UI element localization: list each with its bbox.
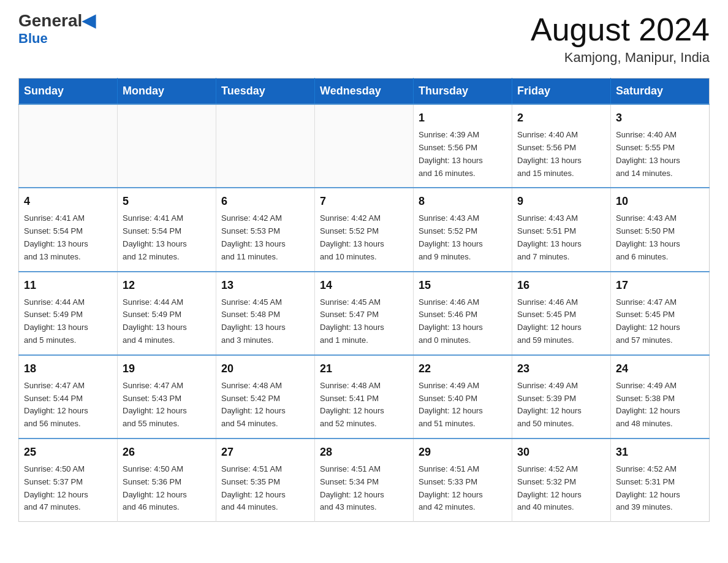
- day-cell: 12Sunrise: 4:44 AM Sunset: 5:49 PM Dayli…: [118, 272, 216, 355]
- day-info: Sunrise: 4:39 AM Sunset: 5:56 PM Dayligh…: [419, 129, 507, 180]
- header-cell-friday: Friday: [512, 79, 611, 105]
- day-info: Sunrise: 4:52 AM Sunset: 5:31 PM Dayligh…: [616, 463, 704, 514]
- day-cell: 2Sunrise: 4:40 AM Sunset: 5:56 PM Daylig…: [512, 104, 611, 188]
- day-cell: 1Sunrise: 4:39 AM Sunset: 5:56 PM Daylig…: [414, 104, 512, 188]
- day-cell: 21Sunrise: 4:48 AM Sunset: 5:41 PM Dayli…: [315, 355, 414, 439]
- day-number: 19: [123, 361, 211, 377]
- day-cell: 7Sunrise: 4:42 AM Sunset: 5:52 PM Daylig…: [315, 188, 414, 271]
- day-cell: 19Sunrise: 4:47 AM Sunset: 5:43 PM Dayli…: [118, 355, 216, 439]
- day-info: Sunrise: 4:50 AM Sunset: 5:36 PM Dayligh…: [123, 463, 211, 514]
- header-cell-wednesday: Wednesday: [315, 79, 414, 105]
- day-number: 7: [320, 193, 408, 210]
- header-cell-monday: Monday: [118, 79, 216, 105]
- day-number: 25: [24, 444, 112, 461]
- day-cell: [315, 104, 414, 188]
- day-number: 31: [616, 444, 704, 461]
- day-cell: 5Sunrise: 4:41 AM Sunset: 5:54 PM Daylig…: [118, 188, 216, 271]
- logo: General◀ Blue: [18, 12, 96, 47]
- day-info: Sunrise: 4:41 AM Sunset: 5:54 PM Dayligh…: [24, 212, 112, 263]
- day-number: 23: [517, 361, 605, 377]
- day-cell: 3Sunrise: 4:40 AM Sunset: 5:55 PM Daylig…: [611, 104, 710, 188]
- day-number: 22: [419, 361, 507, 377]
- header-cell-tuesday: Tuesday: [216, 79, 315, 105]
- day-info: Sunrise: 4:51 AM Sunset: 5:35 PM Dayligh…: [221, 463, 309, 514]
- day-number: 4: [24, 193, 112, 210]
- day-info: Sunrise: 4:43 AM Sunset: 5:50 PM Dayligh…: [616, 212, 704, 263]
- day-cell: 23Sunrise: 4:49 AM Sunset: 5:39 PM Dayli…: [512, 355, 611, 439]
- day-cell: [118, 104, 216, 188]
- day-number: 3: [616, 110, 704, 126]
- day-number: 1: [419, 110, 507, 126]
- day-info: Sunrise: 4:50 AM Sunset: 5:37 PM Dayligh…: [24, 463, 112, 514]
- day-number: 28: [320, 444, 408, 461]
- day-number: 24: [616, 361, 704, 377]
- day-cell: 16Sunrise: 4:46 AM Sunset: 5:45 PM Dayli…: [512, 272, 611, 355]
- day-cell: 22Sunrise: 4:49 AM Sunset: 5:40 PM Dayli…: [414, 355, 512, 439]
- day-info: Sunrise: 4:47 AM Sunset: 5:45 PM Dayligh…: [616, 296, 704, 347]
- day-number: 20: [221, 361, 309, 377]
- calendar-header: SundayMondayTuesdayWednesdayThursdayFrid…: [19, 79, 710, 105]
- day-number: 18: [24, 361, 112, 377]
- day-cell: [19, 104, 118, 188]
- day-number: 21: [320, 361, 408, 377]
- day-number: 26: [123, 444, 211, 461]
- logo-bottom: Blue: [18, 31, 48, 47]
- day-cell: 29Sunrise: 4:51 AM Sunset: 5:33 PM Dayli…: [414, 439, 512, 522]
- week-row-2: 4Sunrise: 4:41 AM Sunset: 5:54 PM Daylig…: [19, 188, 710, 271]
- day-cell: 10Sunrise: 4:43 AM Sunset: 5:50 PM Dayli…: [611, 188, 710, 271]
- day-cell: 8Sunrise: 4:43 AM Sunset: 5:52 PM Daylig…: [414, 188, 512, 271]
- calendar-table: SundayMondayTuesdayWednesdayThursdayFrid…: [18, 78, 710, 522]
- day-info: Sunrise: 4:43 AM Sunset: 5:52 PM Dayligh…: [419, 212, 507, 263]
- day-number: 15: [419, 277, 507, 294]
- day-info: Sunrise: 4:51 AM Sunset: 5:34 PM Dayligh…: [320, 463, 408, 514]
- day-number: 2: [517, 110, 605, 126]
- week-row-3: 11Sunrise: 4:44 AM Sunset: 5:49 PM Dayli…: [19, 272, 710, 355]
- day-number: 9: [517, 193, 605, 210]
- title-block: August 2024 Kamjong, Manipur, India: [531, 12, 710, 66]
- day-info: Sunrise: 4:43 AM Sunset: 5:51 PM Dayligh…: [517, 212, 605, 263]
- day-cell: 17Sunrise: 4:47 AM Sunset: 5:45 PM Dayli…: [611, 272, 710, 355]
- day-number: 8: [419, 193, 507, 210]
- day-cell: 6Sunrise: 4:42 AM Sunset: 5:53 PM Daylig…: [216, 188, 315, 271]
- day-info: Sunrise: 4:49 AM Sunset: 5:39 PM Dayligh…: [517, 380, 605, 431]
- day-number: 5: [123, 193, 211, 210]
- day-info: Sunrise: 4:52 AM Sunset: 5:32 PM Dayligh…: [517, 463, 605, 514]
- day-info: Sunrise: 4:41 AM Sunset: 5:54 PM Dayligh…: [123, 212, 211, 263]
- day-cell: 15Sunrise: 4:46 AM Sunset: 5:46 PM Dayli…: [414, 272, 512, 355]
- day-number: 16: [517, 277, 605, 294]
- day-cell: 9Sunrise: 4:43 AM Sunset: 5:51 PM Daylig…: [512, 188, 611, 271]
- month-title: August 2024: [531, 12, 710, 47]
- day-info: Sunrise: 4:49 AM Sunset: 5:40 PM Dayligh…: [419, 380, 507, 431]
- day-info: Sunrise: 4:47 AM Sunset: 5:44 PM Dayligh…: [24, 380, 112, 431]
- location-title: Kamjong, Manipur, India: [531, 50, 710, 66]
- day-number: 10: [616, 193, 704, 210]
- day-cell: 4Sunrise: 4:41 AM Sunset: 5:54 PM Daylig…: [19, 188, 118, 271]
- day-cell: 14Sunrise: 4:45 AM Sunset: 5:47 PM Dayli…: [315, 272, 414, 355]
- day-cell: 24Sunrise: 4:49 AM Sunset: 5:38 PM Dayli…: [611, 355, 710, 439]
- day-number: 12: [123, 277, 211, 294]
- day-number: 17: [616, 277, 704, 294]
- day-info: Sunrise: 4:48 AM Sunset: 5:41 PM Dayligh…: [320, 380, 408, 431]
- day-info: Sunrise: 4:45 AM Sunset: 5:47 PM Dayligh…: [320, 296, 408, 347]
- calendar-body: 1Sunrise: 4:39 AM Sunset: 5:56 PM Daylig…: [19, 104, 710, 521]
- week-row-5: 25Sunrise: 4:50 AM Sunset: 5:37 PM Dayli…: [19, 439, 710, 522]
- day-info: Sunrise: 4:49 AM Sunset: 5:38 PM Dayligh…: [616, 380, 704, 431]
- logo-arrow: ◀: [82, 11, 96, 30]
- day-info: Sunrise: 4:45 AM Sunset: 5:48 PM Dayligh…: [221, 296, 309, 347]
- week-row-4: 18Sunrise: 4:47 AM Sunset: 5:44 PM Dayli…: [19, 355, 710, 439]
- day-number: 30: [517, 444, 605, 461]
- day-info: Sunrise: 4:48 AM Sunset: 5:42 PM Dayligh…: [221, 380, 309, 431]
- page-header: General◀ Blue August 2024 Kamjong, Manip…: [18, 12, 710, 66]
- logo-top: General◀: [18, 12, 96, 29]
- day-number: 27: [221, 444, 309, 461]
- day-cell: 27Sunrise: 4:51 AM Sunset: 5:35 PM Dayli…: [216, 439, 315, 522]
- day-number: 13: [221, 277, 309, 294]
- week-row-1: 1Sunrise: 4:39 AM Sunset: 5:56 PM Daylig…: [19, 104, 710, 188]
- day-cell: 31Sunrise: 4:52 AM Sunset: 5:31 PM Dayli…: [611, 439, 710, 522]
- day-info: Sunrise: 4:47 AM Sunset: 5:43 PM Dayligh…: [123, 380, 211, 431]
- day-info: Sunrise: 4:42 AM Sunset: 5:52 PM Dayligh…: [320, 212, 408, 263]
- day-cell: 30Sunrise: 4:52 AM Sunset: 5:32 PM Dayli…: [512, 439, 611, 522]
- day-cell: 20Sunrise: 4:48 AM Sunset: 5:42 PM Dayli…: [216, 355, 315, 439]
- day-cell: 25Sunrise: 4:50 AM Sunset: 5:37 PM Dayli…: [19, 439, 118, 522]
- day-cell: 28Sunrise: 4:51 AM Sunset: 5:34 PM Dayli…: [315, 439, 414, 522]
